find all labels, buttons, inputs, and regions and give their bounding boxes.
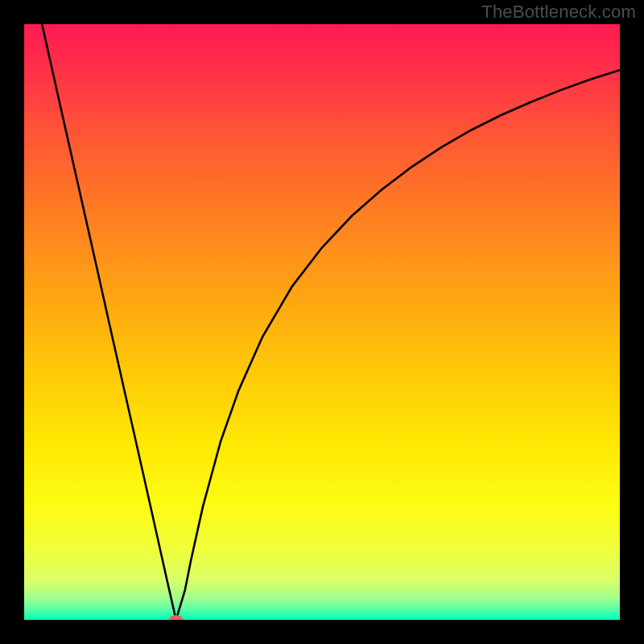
chart-frame: TheBottleneck.com	[0, 0, 644, 644]
plot-area	[24, 24, 620, 620]
heatmap-background	[24, 24, 620, 620]
chart-svg	[24, 24, 620, 620]
watermark-text: TheBottleneck.com	[481, 2, 636, 23]
